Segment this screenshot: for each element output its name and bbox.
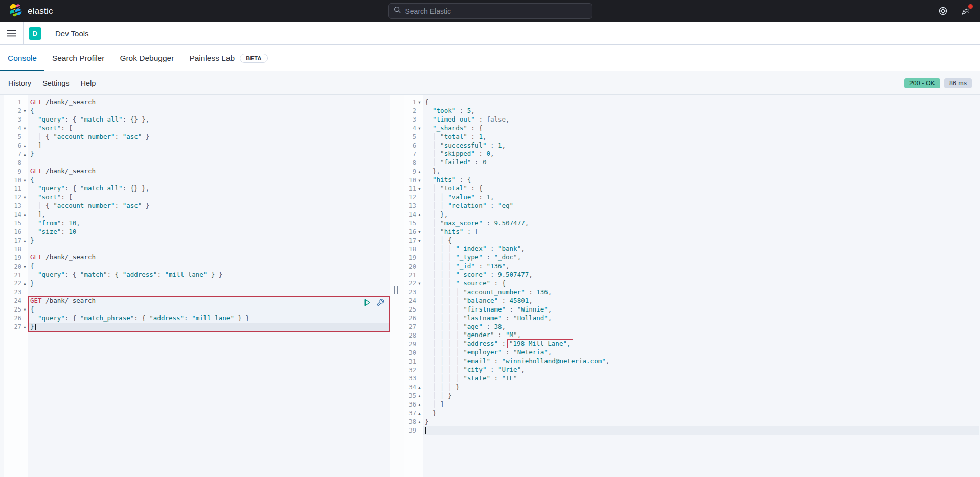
help-icon[interactable] [938,6,948,16]
code-line[interactable]: │ ] [423,400,980,409]
gutter-line[interactable]: 10▾ [4,176,28,184]
code-line[interactable]: "hits" : { [423,176,980,184]
code-line[interactable]: "took" : 5, [423,107,980,115]
gutter-line[interactable]: 22▾ [404,279,423,288]
gutter-line[interactable]: 4▾ [404,124,423,133]
global-search[interactable] [388,3,592,19]
gutter-line[interactable]: 35▴ [404,392,423,400]
menu-hamburger-icon[interactable] [0,22,24,44]
code-line[interactable]: │ │ │ "_id" : "136", [423,262,980,271]
code-line[interactable]: │ │ │ │ "address" :"198 Mill Lane", [423,340,980,348]
menu-settings[interactable]: Settings [42,79,69,87]
code-line[interactable]: "size": 10 [28,228,390,236]
code-line[interactable]: │ "failed" : 0 [423,158,980,167]
gutter-line[interactable]: 36▴ [404,400,423,409]
code-line[interactable]: │ │ │ │ "firstname" : "Winnie", [423,305,980,314]
code-line[interactable]: { [28,305,390,314]
gutter-line[interactable]: 27▴ [4,323,28,331]
tab-search-profiler[interactable]: Search Profiler [44,45,112,71]
code-line[interactable]: │ "successful" : 1, [423,141,980,150]
elastic-brand[interactable]: elastic [9,4,53,19]
gutter-line[interactable]: 2▾ [4,107,28,115]
code-line[interactable]: "timed_out" : false, [423,115,980,124]
code-line[interactable]: } [28,279,390,288]
code-line[interactable]: "sort": [ [28,124,390,133]
code-line[interactable] [28,245,390,253]
code-line[interactable]: │ │ │ │ "city" : "Urie", [423,366,980,374]
gutter-line[interactable]: 38▴ [404,418,423,426]
code-line[interactable]: "from": 10, [28,219,390,228]
code-line[interactable]: │ │ │ │ "age" : 38, [423,323,980,331]
send-request-button[interactable] [363,298,372,307]
gutter-line[interactable]: 10▾ [404,176,423,184]
code-line[interactable]: │ "total" : 1, [423,133,980,141]
code-line[interactable]: │ │ │ │ "gender" : "M", [423,331,980,340]
tab-grok-debugger[interactable]: Grok Debugger [112,45,181,71]
gutter-line[interactable]: 14▴ [404,210,423,219]
code-line[interactable]: "query": { "match_all": {} }, [28,115,390,124]
gutter-line[interactable]: 1▾ [404,98,423,107]
gutter-line[interactable]: 17▾ [404,236,423,245]
gutter-line[interactable]: 9▴ [404,167,423,176]
code-line[interactable]: │ │ "value" : 1, [423,193,980,202]
resize-handle-icon[interactable] [394,286,398,294]
code-line[interactable]: │ "hits" : [ [423,228,980,236]
gutter-line[interactable]: 20▾ [4,262,28,271]
space-selector[interactable]: D [24,22,47,44]
gutter-line[interactable]: 34▴ [404,383,423,392]
code-line[interactable]: GET /bank/_search [28,167,390,176]
menu-help[interactable]: Help [81,79,96,87]
request-editor[interactable]: 12▾34▾56▴7▴8910▾1112▾1314▴151617▴181920▾… [4,95,390,477]
code-line[interactable]: │ │ │ │ "balance" : 45801, [423,297,980,305]
code-line[interactable]: { [423,98,980,107]
code-line[interactable]: │ │ │ │ "state" : "IL" [423,374,980,383]
response-editor[interactable]: 1▾234▾56789▴10▾11▾121314▴1516▾17▾1819202… [404,95,980,477]
code-line[interactable]: │ { "account_number": "asc" } [28,202,390,210]
gutter-line[interactable]: 37▴ [404,409,423,418]
code-line[interactable]: "query": { "match_phrase": { "address": … [28,314,390,323]
code-line[interactable]: │ "max_score" : 9.507477, [423,219,980,228]
code-line[interactable]: │ │ { [423,236,980,245]
gutter-line[interactable]: 17▴ [4,236,28,245]
code-line[interactable]: "sort": [ [28,193,390,202]
code-line[interactable]: │ "total" : { [423,184,980,193]
gutter-line[interactable]: 25▾ [4,305,28,314]
code-line[interactable]: } [28,323,390,331]
code-line[interactable]: "query": { "match": { "address": "mill l… [28,271,390,279]
code-line[interactable]: │ │ │ "_index" : "bank", [423,245,980,253]
code-line[interactable]: { [28,262,390,271]
code-line[interactable]: │ │ "relation" : "eq" [423,202,980,210]
gutter-line[interactable]: 6▴ [4,141,28,150]
code-line[interactable]: ] [28,141,390,150]
gutter-line[interactable]: 16▾ [404,228,423,236]
code-line[interactable]: │ │ │ │ "employer" : "Neteria", [423,348,980,357]
code-line[interactable]: │ }, [423,210,980,219]
menu-history[interactable]: History [8,79,31,87]
code-line[interactable]: │ │ │ │ "lastname" : "Holland", [423,314,980,323]
code-line[interactable]: GET /bank/_search [28,98,390,107]
gutter-line[interactable]: 4▾ [4,124,28,133]
code-line[interactable]: │ │ │ │ "email" : "winnieholland@neteria… [423,357,980,366]
code-line[interactable]: │ "skipped" : 0, [423,150,980,158]
code-line[interactable]: "_shards" : { [423,124,980,133]
code-line[interactable]: │ │ │ } [423,383,980,392]
code-line[interactable]: { [28,176,390,184]
tab-console[interactable]: Console [0,45,44,71]
code-line[interactable] [28,158,390,167]
code-line[interactable] [423,426,980,435]
code-line[interactable]: GET /bank/_search [28,253,390,262]
gutter-line[interactable]: 14▴ [4,210,28,219]
code-line[interactable]: ], [28,210,390,219]
code-line[interactable]: } [423,409,980,418]
code-line[interactable]: } [28,150,390,158]
tab-painless-lab[interactable]: Painless Lab BETA [181,45,276,71]
code-line[interactable]: │ │ │ "_source" : { [423,279,980,288]
code-line[interactable]: │ │ │ │ "account_number" : 136, [423,288,980,297]
request-code[interactable]: GET /bank/_search{ "query": { "match_all… [28,95,390,477]
code-line[interactable]: { [28,107,390,115]
code-line[interactable]: GET /bank/_search [28,297,390,305]
newsfeed-icon[interactable] [961,6,971,16]
wrench-icon[interactable] [376,298,385,307]
gutter-line[interactable]: 7▴ [4,150,28,158]
code-line[interactable]: } [28,236,390,245]
